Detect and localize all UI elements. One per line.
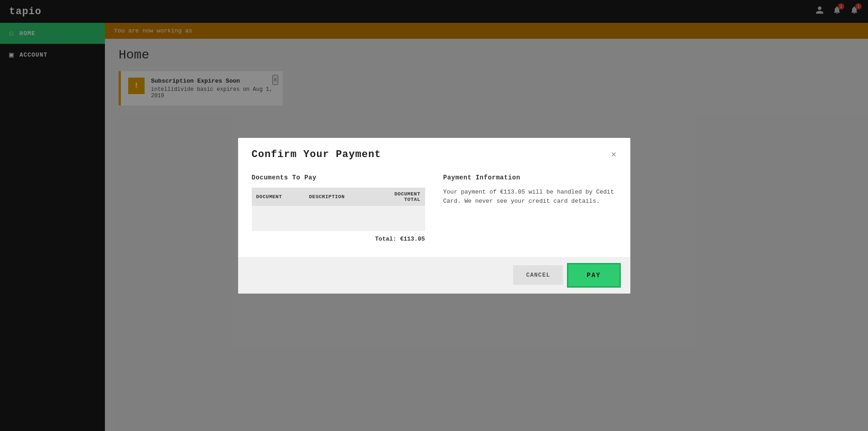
cell-amt bbox=[372, 206, 425, 231]
modal-overlay: Confirm Your Payment × Documents To Pay … bbox=[0, 0, 868, 431]
total-label: Total: €113.05 bbox=[375, 236, 425, 242]
payment-table: DOCUMENT DESCRIPTION DOCUMENTTOTAL bbox=[252, 188, 425, 231]
modal-body: Documents To Pay DOCUMENT DESCRIPTION DO… bbox=[238, 165, 630, 250]
total-row: Total: €113.05 bbox=[252, 231, 425, 245]
cancel-button[interactable]: CANCEL bbox=[513, 265, 563, 285]
modal-footer: CANCEL PAY bbox=[238, 257, 630, 294]
table-row bbox=[252, 206, 425, 231]
confirm-payment-modal: Confirm Your Payment × Documents To Pay … bbox=[238, 138, 630, 294]
table-header-row: DOCUMENT DESCRIPTION DOCUMENTTOTAL bbox=[252, 188, 425, 206]
modal-title: Confirm Your Payment bbox=[252, 149, 381, 160]
documents-to-pay-section: Documents To Pay DOCUMENT DESCRIPTION DO… bbox=[252, 174, 425, 245]
col-document: DOCUMENT bbox=[252, 188, 305, 206]
cell-doc bbox=[252, 206, 305, 231]
payment-info-text: Your payment of €113.05 will be handled … bbox=[443, 188, 617, 207]
col-description: DESCRIPTION bbox=[304, 188, 372, 206]
documents-section-title: Documents To Pay bbox=[252, 174, 425, 181]
col-total: DOCUMENTTOTAL bbox=[372, 188, 425, 206]
modal-close-button[interactable]: × bbox=[611, 150, 617, 159]
payment-info-title: Payment Information bbox=[443, 174, 617, 181]
cell-desc bbox=[304, 206, 372, 231]
payment-information-section: Payment Information Your payment of €113… bbox=[443, 174, 617, 245]
pay-button[interactable]: PAY bbox=[568, 264, 619, 286]
modal-header: Confirm Your Payment × bbox=[238, 138, 630, 165]
